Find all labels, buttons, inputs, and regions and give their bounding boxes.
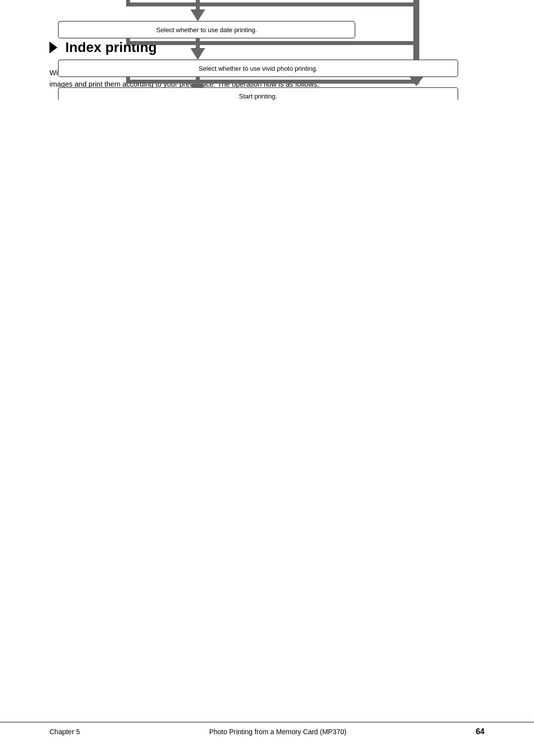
- footer-title: Photo Printing from a Memory Card (MP370…: [209, 728, 347, 736]
- flowchart-diagram: Print an index to see thumbnails of all …: [49, 0, 485, 100]
- svg-rect-177: [126, 80, 419, 84]
- svg-marker-163: [190, 9, 205, 21]
- footer-chapter: Chapter 5: [49, 728, 80, 736]
- flowchart-container: Print an index to see thumbnails of all …: [49, 0, 485, 101]
- page: Index printing With the MP370, you can p…: [0, 0, 534, 756]
- svg-text:Start printing.: Start printing.: [239, 93, 277, 100]
- svg-rect-161: [126, 2, 419, 6]
- svg-text:Select whether to use date pri: Select whether to use date printing.: [156, 26, 257, 34]
- svg-marker-171: [190, 48, 205, 60]
- footer: Chapter 5 Photo Printing from a Memory C…: [0, 722, 534, 736]
- footer-page-number: 64: [476, 727, 485, 736]
- svg-text:Select whether to use vivid ph: Select whether to use vivid photo printi…: [199, 65, 318, 72]
- svg-rect-169: [126, 41, 419, 45]
